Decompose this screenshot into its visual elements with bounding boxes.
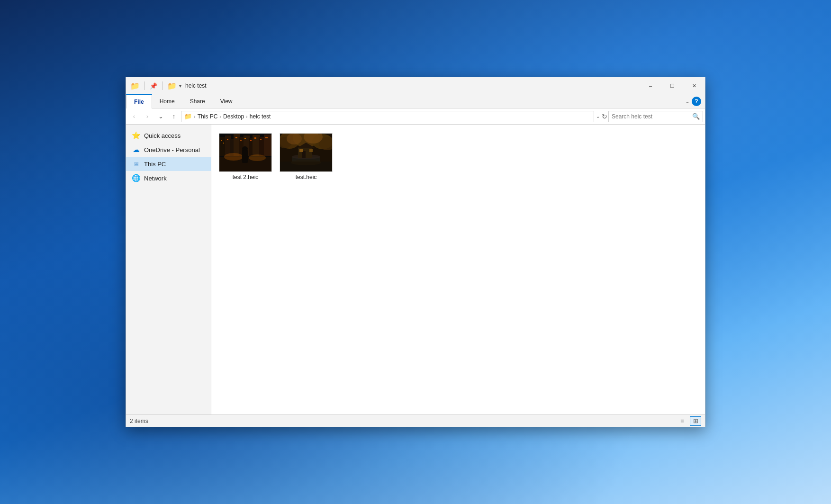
file-thumbnail-1 — [219, 133, 272, 172]
sidebar-item-quick-access[interactable]: ⭐ Quick access — [126, 128, 211, 143]
svg-point-23 — [249, 154, 266, 161]
star-icon: ⭐ — [132, 131, 140, 140]
pin-icon: 📌 — [148, 81, 159, 91]
file-label-2: test.heic — [296, 174, 317, 180]
sidebar-label-quick-access: Quick access — [144, 132, 181, 139]
file-area: test 2.heic — [211, 125, 705, 414]
file-item-1[interactable]: test 2.heic — [217, 130, 274, 183]
svg-rect-40 — [309, 149, 313, 152]
path-desktop[interactable]: Desktop — [223, 113, 244, 120]
refresh-button[interactable]: ↻ — [602, 113, 607, 120]
folder-icon: 📁 — [130, 81, 140, 91]
sidebar-label-this-pc: This PC — [144, 161, 166, 168]
window-controls: – ☐ ✕ — [640, 77, 705, 94]
svg-rect-16 — [244, 138, 246, 139]
title-bar: 📁 📌 📁 ▾ heic test – ☐ ✕ — [126, 77, 705, 94]
thumbnail-svg-1 — [219, 133, 271, 172]
status-bar: 2 items ≡ ⊞ — [126, 414, 705, 427]
address-dropdown[interactable]: ⌄ — [596, 114, 600, 119]
path-separator-2: › — [219, 114, 221, 119]
svg-rect-13 — [227, 139, 228, 140]
tab-share[interactable]: Share — [182, 94, 213, 108]
ribbon: File Home Share View ⌄ ? — [126, 94, 705, 108]
file-explorer-window: 📁 📌 📁 ▾ heic test – ☐ ✕ File Home Share … — [126, 77, 705, 427]
recent-button[interactable]: ⌄ — [154, 110, 167, 123]
sidebar-item-this-pc[interactable]: 🖥 This PC — [126, 157, 211, 171]
sidebar-item-onedrive[interactable]: ☁ OneDrive - Personal — [126, 143, 211, 157]
svg-rect-24 — [242, 150, 248, 163]
cloud-icon: ☁ — [132, 145, 140, 154]
main-content: ⭐ Quick access ☁ OneDrive - Personal 🖥 T… — [126, 125, 705, 414]
pc-icon: 🖥 — [132, 160, 140, 168]
path-thispc[interactable]: This PC — [198, 113, 218, 120]
svg-rect-39 — [299, 149, 303, 152]
address-path[interactable]: 📁 › This PC › Desktop › heic test — [181, 111, 594, 122]
tb-separator-2 — [163, 81, 163, 90]
tab-file[interactable]: File — [126, 94, 152, 108]
folder-icon-2: 📁 — [167, 81, 177, 91]
svg-point-42 — [291, 160, 321, 165]
svg-point-32 — [287, 133, 302, 144]
view-controls: ≡ ⊞ — [677, 416, 701, 426]
ribbon-expand: ⌄ ? — [681, 94, 705, 108]
svg-rect-14 — [235, 137, 237, 138]
forward-button[interactable]: › — [141, 110, 154, 123]
search-icon: 🔍 — [692, 113, 700, 120]
address-bar: ‹ › ⌄ ↑ 📁 › This PC › Desktop › heic tes… — [126, 108, 705, 125]
file-label-1: test 2.heic — [233, 174, 259, 180]
tb-dropdown-arrow[interactable]: ▾ — [179, 83, 181, 89]
back-button[interactable]: ‹ — [128, 110, 140, 123]
svg-rect-20 — [265, 137, 268, 138]
close-button[interactable]: ✕ — [683, 77, 705, 94]
ribbon-chevron[interactable]: ⌄ — [685, 98, 690, 105]
sidebar-label-onedrive: OneDrive - Personal — [144, 146, 200, 153]
minimize-button[interactable]: – — [640, 77, 661, 94]
file-item-2[interactable]: test.heic — [278, 130, 334, 183]
svg-point-25 — [242, 146, 248, 151]
svg-rect-12 — [223, 143, 224, 144]
svg-rect-38 — [302, 151, 306, 158]
ribbon-tabs: File Home Share View ⌄ ? — [126, 94, 705, 108]
path-folder[interactable]: heic test — [250, 113, 271, 120]
path-separator-3: › — [246, 114, 248, 119]
window-title: heic test — [185, 82, 640, 89]
grid-view-button[interactable]: ⊞ — [690, 416, 701, 426]
thumbnail-svg-2 — [280, 133, 332, 172]
maximize-button[interactable]: ☐ — [661, 77, 683, 94]
list-view-button[interactable]: ≡ — [677, 416, 688, 426]
up-button[interactable]: ↑ — [168, 110, 180, 123]
search-input[interactable] — [612, 113, 690, 120]
network-icon: 🌐 — [132, 174, 140, 182]
svg-rect-17 — [250, 140, 252, 141]
svg-rect-11 — [221, 140, 222, 141]
title-bar-icons: 📁 📌 📁 ▾ — [130, 81, 185, 91]
tab-home[interactable]: Home — [152, 94, 182, 108]
svg-rect-15 — [240, 140, 242, 141]
path-folder-icon: 📁 — [184, 113, 192, 120]
svg-point-22 — [224, 153, 243, 161]
help-button[interactable]: ? — [692, 97, 701, 106]
item-count: 2 items — [130, 418, 148, 424]
path-separator-1: › — [194, 114, 196, 119]
sidebar-item-network[interactable]: 🌐 Network — [126, 171, 211, 185]
file-grid: test 2.heic — [217, 130, 699, 183]
svg-rect-18 — [254, 137, 256, 139]
sidebar: ⭐ Quick access ☁ OneDrive - Personal 🖥 T… — [126, 125, 211, 414]
search-box[interactable]: 🔍 — [608, 111, 703, 122]
svg-rect-19 — [260, 139, 262, 140]
tab-view[interactable]: View — [213, 94, 240, 108]
tb-separator — [144, 81, 145, 90]
sidebar-label-network: Network — [144, 175, 167, 182]
file-thumbnail-2 — [280, 133, 333, 172]
